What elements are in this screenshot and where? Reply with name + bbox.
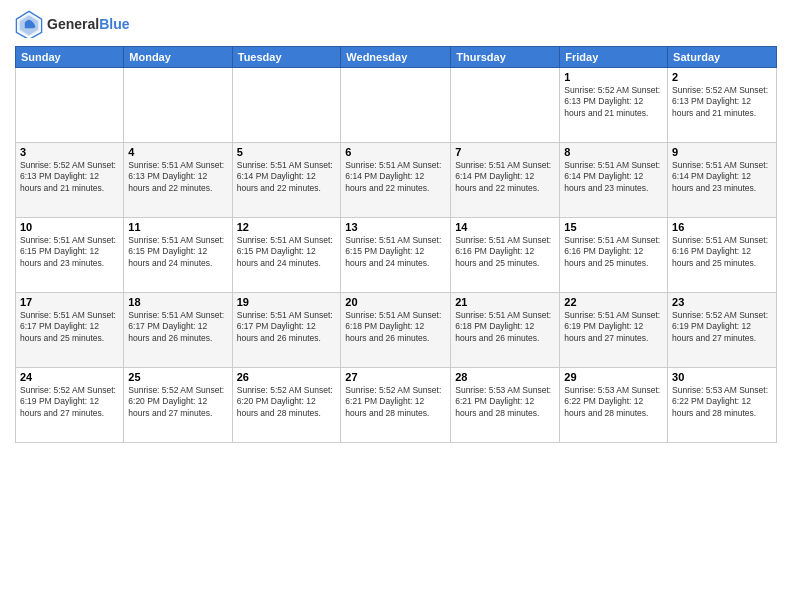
day-info: Sunrise: 5:52 AM Sunset: 6:13 PM Dayligh…: [564, 85, 663, 119]
day-info: Sunrise: 5:53 AM Sunset: 6:22 PM Dayligh…: [564, 385, 663, 419]
day-info: Sunrise: 5:51 AM Sunset: 6:18 PM Dayligh…: [455, 310, 555, 344]
day-info: Sunrise: 5:51 AM Sunset: 6:14 PM Dayligh…: [564, 160, 663, 194]
day-info: Sunrise: 5:51 AM Sunset: 6:15 PM Dayligh…: [345, 235, 446, 269]
calendar-cell: [124, 68, 232, 143]
day-info: Sunrise: 5:51 AM Sunset: 6:15 PM Dayligh…: [20, 235, 119, 269]
day-info: Sunrise: 5:52 AM Sunset: 6:19 PM Dayligh…: [672, 310, 772, 344]
calendar-cell: 17Sunrise: 5:51 AM Sunset: 6:17 PM Dayli…: [16, 293, 124, 368]
day-number: 18: [128, 296, 227, 308]
day-number: 17: [20, 296, 119, 308]
logo: GeneralBlue: [15, 10, 129, 38]
day-info: Sunrise: 5:51 AM Sunset: 6:15 PM Dayligh…: [128, 235, 227, 269]
day-number: 27: [345, 371, 446, 383]
calendar-cell: 10Sunrise: 5:51 AM Sunset: 6:15 PM Dayli…: [16, 218, 124, 293]
calendar: SundayMondayTuesdayWednesdayThursdayFrid…: [15, 46, 777, 443]
calendar-cell: 30Sunrise: 5:53 AM Sunset: 6:22 PM Dayli…: [668, 368, 777, 443]
calendar-cell: 12Sunrise: 5:51 AM Sunset: 6:15 PM Dayli…: [232, 218, 341, 293]
calendar-cell: 13Sunrise: 5:51 AM Sunset: 6:15 PM Dayli…: [341, 218, 451, 293]
logo-text: GeneralBlue: [47, 16, 129, 33]
day-info: Sunrise: 5:52 AM Sunset: 6:20 PM Dayligh…: [128, 385, 227, 419]
day-info: Sunrise: 5:52 AM Sunset: 6:20 PM Dayligh…: [237, 385, 337, 419]
day-number: 7: [455, 146, 555, 158]
page: GeneralBlue SundayMondayTuesdayWednesday…: [0, 0, 792, 612]
day-info: Sunrise: 5:51 AM Sunset: 6:13 PM Dayligh…: [128, 160, 227, 194]
weekday-header: Tuesday: [232, 47, 341, 68]
calendar-cell: 2Sunrise: 5:52 AM Sunset: 6:13 PM Daylig…: [668, 68, 777, 143]
day-number: 4: [128, 146, 227, 158]
day-number: 5: [237, 146, 337, 158]
day-info: Sunrise: 5:53 AM Sunset: 6:22 PM Dayligh…: [672, 385, 772, 419]
day-info: Sunrise: 5:51 AM Sunset: 6:14 PM Dayligh…: [455, 160, 555, 194]
day-number: 29: [564, 371, 663, 383]
calendar-cell: 27Sunrise: 5:52 AM Sunset: 6:21 PM Dayli…: [341, 368, 451, 443]
weekday-header: Wednesday: [341, 47, 451, 68]
header: GeneralBlue: [15, 10, 777, 38]
calendar-cell: 7Sunrise: 5:51 AM Sunset: 6:14 PM Daylig…: [451, 143, 560, 218]
day-number: 12: [237, 221, 337, 233]
day-number: 28: [455, 371, 555, 383]
day-info: Sunrise: 5:51 AM Sunset: 6:14 PM Dayligh…: [345, 160, 446, 194]
calendar-cell: [341, 68, 451, 143]
day-number: 22: [564, 296, 663, 308]
day-number: 25: [128, 371, 227, 383]
calendar-cell: 14Sunrise: 5:51 AM Sunset: 6:16 PM Dayli…: [451, 218, 560, 293]
day-info: Sunrise: 5:51 AM Sunset: 6:14 PM Dayligh…: [672, 160, 772, 194]
day-number: 19: [237, 296, 337, 308]
day-info: Sunrise: 5:51 AM Sunset: 6:16 PM Dayligh…: [672, 235, 772, 269]
day-info: Sunrise: 5:51 AM Sunset: 6:17 PM Dayligh…: [128, 310, 227, 344]
weekday-header: Sunday: [16, 47, 124, 68]
day-number: 21: [455, 296, 555, 308]
day-number: 1: [564, 71, 663, 83]
day-info: Sunrise: 5:51 AM Sunset: 6:17 PM Dayligh…: [237, 310, 337, 344]
day-number: 30: [672, 371, 772, 383]
calendar-cell: 5Sunrise: 5:51 AM Sunset: 6:14 PM Daylig…: [232, 143, 341, 218]
day-info: Sunrise: 5:51 AM Sunset: 6:19 PM Dayligh…: [564, 310, 663, 344]
calendar-cell: 15Sunrise: 5:51 AM Sunset: 6:16 PM Dayli…: [560, 218, 668, 293]
calendar-cell: 16Sunrise: 5:51 AM Sunset: 6:16 PM Dayli…: [668, 218, 777, 293]
calendar-cell: 22Sunrise: 5:51 AM Sunset: 6:19 PM Dayli…: [560, 293, 668, 368]
day-info: Sunrise: 5:52 AM Sunset: 6:13 PM Dayligh…: [672, 85, 772, 119]
day-info: Sunrise: 5:52 AM Sunset: 6:13 PM Dayligh…: [20, 160, 119, 194]
day-number: 23: [672, 296, 772, 308]
calendar-cell: [232, 68, 341, 143]
day-number: 9: [672, 146, 772, 158]
weekday-header: Thursday: [451, 47, 560, 68]
day-number: 10: [20, 221, 119, 233]
calendar-cell: 25Sunrise: 5:52 AM Sunset: 6:20 PM Dayli…: [124, 368, 232, 443]
day-number: 11: [128, 221, 227, 233]
logo-icon: [15, 10, 43, 38]
calendar-cell: 6Sunrise: 5:51 AM Sunset: 6:14 PM Daylig…: [341, 143, 451, 218]
day-number: 24: [20, 371, 119, 383]
day-info: Sunrise: 5:51 AM Sunset: 6:15 PM Dayligh…: [237, 235, 337, 269]
day-number: 3: [20, 146, 119, 158]
day-info: Sunrise: 5:51 AM Sunset: 6:16 PM Dayligh…: [455, 235, 555, 269]
calendar-cell: 29Sunrise: 5:53 AM Sunset: 6:22 PM Dayli…: [560, 368, 668, 443]
calendar-cell: [451, 68, 560, 143]
weekday-header: Saturday: [668, 47, 777, 68]
day-info: Sunrise: 5:51 AM Sunset: 6:18 PM Dayligh…: [345, 310, 446, 344]
day-info: Sunrise: 5:52 AM Sunset: 6:19 PM Dayligh…: [20, 385, 119, 419]
calendar-cell: 28Sunrise: 5:53 AM Sunset: 6:21 PM Dayli…: [451, 368, 560, 443]
day-info: Sunrise: 5:51 AM Sunset: 6:16 PM Dayligh…: [564, 235, 663, 269]
weekday-header: Monday: [124, 47, 232, 68]
day-number: 8: [564, 146, 663, 158]
day-number: 26: [237, 371, 337, 383]
day-info: Sunrise: 5:51 AM Sunset: 6:17 PM Dayligh…: [20, 310, 119, 344]
day-number: 2: [672, 71, 772, 83]
day-number: 14: [455, 221, 555, 233]
calendar-cell: 24Sunrise: 5:52 AM Sunset: 6:19 PM Dayli…: [16, 368, 124, 443]
day-number: 16: [672, 221, 772, 233]
day-number: 20: [345, 296, 446, 308]
calendar-cell: 9Sunrise: 5:51 AM Sunset: 6:14 PM Daylig…: [668, 143, 777, 218]
calendar-cell: 21Sunrise: 5:51 AM Sunset: 6:18 PM Dayli…: [451, 293, 560, 368]
calendar-cell: 4Sunrise: 5:51 AM Sunset: 6:13 PM Daylig…: [124, 143, 232, 218]
calendar-cell: 18Sunrise: 5:51 AM Sunset: 6:17 PM Dayli…: [124, 293, 232, 368]
day-info: Sunrise: 5:51 AM Sunset: 6:14 PM Dayligh…: [237, 160, 337, 194]
calendar-cell: 26Sunrise: 5:52 AM Sunset: 6:20 PM Dayli…: [232, 368, 341, 443]
calendar-cell: [16, 68, 124, 143]
calendar-cell: 11Sunrise: 5:51 AM Sunset: 6:15 PM Dayli…: [124, 218, 232, 293]
calendar-cell: 19Sunrise: 5:51 AM Sunset: 6:17 PM Dayli…: [232, 293, 341, 368]
day-number: 6: [345, 146, 446, 158]
weekday-header: Friday: [560, 47, 668, 68]
calendar-cell: 23Sunrise: 5:52 AM Sunset: 6:19 PM Dayli…: [668, 293, 777, 368]
